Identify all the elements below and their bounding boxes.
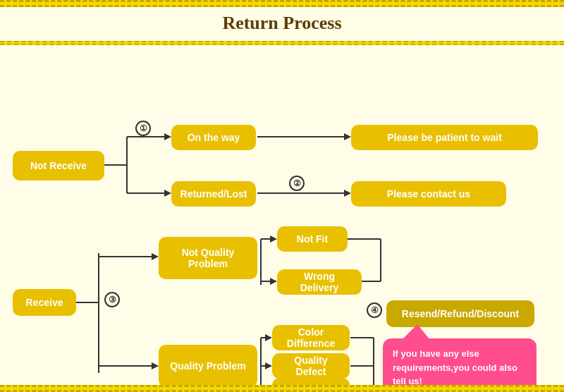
svg-marker-18 — [270, 235, 277, 243]
bottom-border — [0, 385, 564, 392]
speech-bubble: If you have any else requirements,you co… — [383, 338, 537, 392]
svg-marker-7 — [344, 133, 351, 140]
circle-2: ② — [289, 176, 305, 191]
receive-node: Receive — [13, 289, 76, 316]
svg-marker-5 — [164, 190, 171, 197]
quality-defect-node: Quality Defect — [272, 353, 350, 379]
svg-marker-15 — [152, 362, 159, 369]
circle-4: ④ — [367, 302, 382, 318]
separator — [0, 41, 564, 45]
svg-marker-13 — [152, 253, 159, 260]
circle-1: ① — [135, 121, 151, 136]
wrong-delivery-node: Wrong Delivery — [277, 269, 362, 295]
color-diff-node: Color Difference — [272, 325, 350, 350]
be-patient-node: Please be patient to wait — [351, 125, 538, 150]
not-fit-node: Not Fit — [277, 226, 348, 252]
svg-marker-3 — [164, 133, 171, 140]
top-border — [0, 0, 564, 7]
returned-lost-node: Returned/Lost — [171, 181, 256, 207]
circle-3: ③ — [104, 292, 120, 307]
svg-marker-20 — [270, 278, 277, 285]
on-the-way-node: On the way — [171, 125, 256, 150]
quality-node: Quality Problem — [159, 345, 257, 387]
svg-marker-9 — [344, 190, 351, 197]
not-quality-node: Not Quality Problem — [159, 237, 257, 279]
svg-marker-23 — [265, 334, 272, 341]
not-receive-node: Not Receive — [13, 151, 104, 180]
diagram-content: Not Receive ① On the way Returned/Lost ②… — [0, 52, 564, 392]
svg-marker-25 — [265, 362, 272, 369]
resend-node: Resend/Refund/Discount — [386, 300, 534, 327]
contact-us-node: Please contact us — [351, 181, 506, 207]
